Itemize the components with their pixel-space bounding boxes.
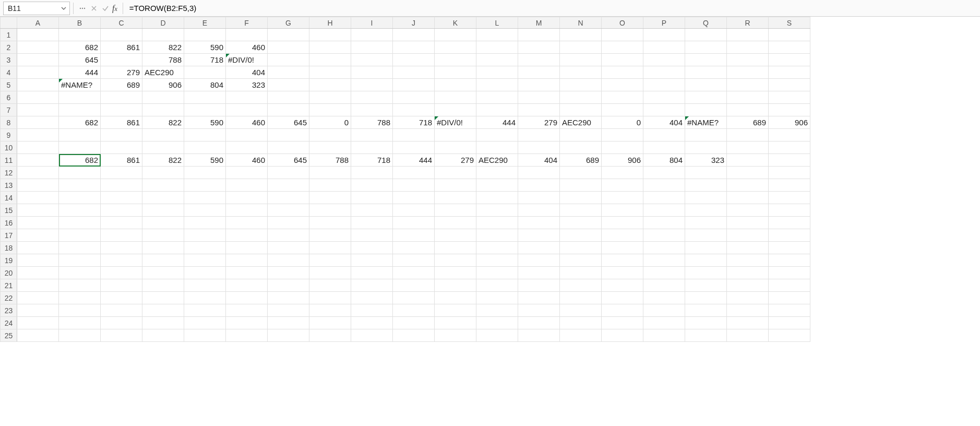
cell-O3[interactable] (602, 54, 643, 66)
cell-P4[interactable] (643, 66, 685, 79)
cell-F7[interactable] (226, 104, 268, 116)
cell-P16[interactable] (643, 217, 685, 229)
cell-Q7[interactable] (685, 104, 727, 116)
cell-E11[interactable]: 590 (184, 154, 226, 167)
cell-J8[interactable]: 718 (393, 116, 435, 129)
cell-D23[interactable] (142, 304, 184, 317)
cell-L19[interactable] (476, 254, 518, 267)
cell-C9[interactable] (101, 129, 142, 141)
column-header-E[interactable]: E (184, 17, 226, 29)
cell-R22[interactable] (727, 292, 769, 304)
cell-C12[interactable] (101, 167, 142, 179)
cell-O20[interactable] (602, 267, 643, 279)
cell-D18[interactable] (142, 242, 184, 254)
cell-O10[interactable] (602, 141, 643, 154)
cell-N6[interactable] (560, 91, 602, 104)
cell-C1[interactable] (101, 29, 142, 41)
cell-P23[interactable] (643, 304, 685, 317)
cell-G11[interactable]: 645 (268, 154, 309, 167)
cell-C21[interactable] (101, 279, 142, 292)
cell-I11[interactable]: 718 (351, 154, 393, 167)
cell-J9[interactable] (393, 129, 435, 141)
cell-E14[interactable] (184, 192, 226, 204)
cell-A13[interactable] (17, 179, 59, 192)
row-header-15[interactable]: 15 (1, 204, 17, 217)
cell-J14[interactable] (393, 192, 435, 204)
cell-S13[interactable] (769, 179, 810, 192)
cell-F6[interactable] (226, 91, 268, 104)
cell-D5[interactable]: 906 (142, 79, 184, 91)
cell-A6[interactable] (17, 91, 59, 104)
cell-G18[interactable] (268, 242, 309, 254)
cell-C23[interactable] (101, 304, 142, 317)
cell-O6[interactable] (602, 91, 643, 104)
cell-M19[interactable] (518, 254, 560, 267)
cell-D3[interactable]: 788 (142, 54, 184, 66)
cell-D11[interactable]: 822 (142, 154, 184, 167)
cell-E18[interactable] (184, 242, 226, 254)
row-header-21[interactable]: 21 (1, 279, 17, 292)
cell-N12[interactable] (560, 167, 602, 179)
row-header-10[interactable]: 10 (1, 141, 17, 154)
cell-J21[interactable] (393, 279, 435, 292)
cell-M25[interactable] (518, 329, 560, 342)
column-header-J[interactable]: J (393, 17, 435, 29)
cell-R1[interactable] (727, 29, 769, 41)
cell-N15[interactable] (560, 204, 602, 217)
cell-G5[interactable] (268, 79, 309, 91)
cell-L23[interactable] (476, 304, 518, 317)
cell-Q3[interactable] (685, 54, 727, 66)
cell-F16[interactable] (226, 217, 268, 229)
cell-K9[interactable] (435, 129, 476, 141)
cell-G16[interactable] (268, 217, 309, 229)
cell-C5[interactable]: 689 (101, 79, 142, 91)
cell-P21[interactable] (643, 279, 685, 292)
cell-E25[interactable] (184, 329, 226, 342)
cell-J2[interactable] (393, 41, 435, 54)
cell-Q20[interactable] (685, 267, 727, 279)
cell-O17[interactable] (602, 229, 643, 242)
cell-G24[interactable] (268, 317, 309, 329)
cell-A4[interactable] (17, 66, 59, 79)
cell-J16[interactable] (393, 217, 435, 229)
cell-R8[interactable]: 689 (727, 116, 769, 129)
cell-Q21[interactable] (685, 279, 727, 292)
cell-C19[interactable] (101, 254, 142, 267)
cell-P13[interactable] (643, 179, 685, 192)
select-all-corner[interactable] (1, 17, 17, 29)
cell-P3[interactable] (643, 54, 685, 66)
cell-G10[interactable] (268, 141, 309, 154)
cell-N1[interactable] (560, 29, 602, 41)
cell-H3[interactable] (309, 54, 351, 66)
column-header-N[interactable]: N (560, 17, 602, 29)
cell-D19[interactable] (142, 254, 184, 267)
cell-F14[interactable] (226, 192, 268, 204)
cell-E7[interactable] (184, 104, 226, 116)
cell-S17[interactable] (769, 229, 810, 242)
cell-M16[interactable] (518, 217, 560, 229)
cell-K3[interactable] (435, 54, 476, 66)
cell-J12[interactable] (393, 167, 435, 179)
cell-C22[interactable] (101, 292, 142, 304)
cell-R10[interactable] (727, 141, 769, 154)
cell-J6[interactable] (393, 91, 435, 104)
cell-O1[interactable] (602, 29, 643, 41)
cell-Q19[interactable] (685, 254, 727, 267)
cell-B22[interactable] (59, 292, 101, 304)
column-header-G[interactable]: G (268, 17, 309, 29)
row-header-3[interactable]: 3 (1, 54, 17, 66)
cell-B21[interactable] (59, 279, 101, 292)
cell-L4[interactable] (476, 66, 518, 79)
cell-S22[interactable] (769, 292, 810, 304)
cell-K12[interactable] (435, 167, 476, 179)
cell-P6[interactable] (643, 91, 685, 104)
cell-D4[interactable]: AEC290 (142, 66, 184, 79)
cell-Q1[interactable] (685, 29, 727, 41)
cell-P20[interactable] (643, 267, 685, 279)
cell-P8[interactable]: 404 (643, 116, 685, 129)
cell-H20[interactable] (309, 267, 351, 279)
cell-M3[interactable] (518, 54, 560, 66)
cell-P12[interactable] (643, 167, 685, 179)
cell-G2[interactable] (268, 41, 309, 54)
cell-I13[interactable] (351, 179, 393, 192)
